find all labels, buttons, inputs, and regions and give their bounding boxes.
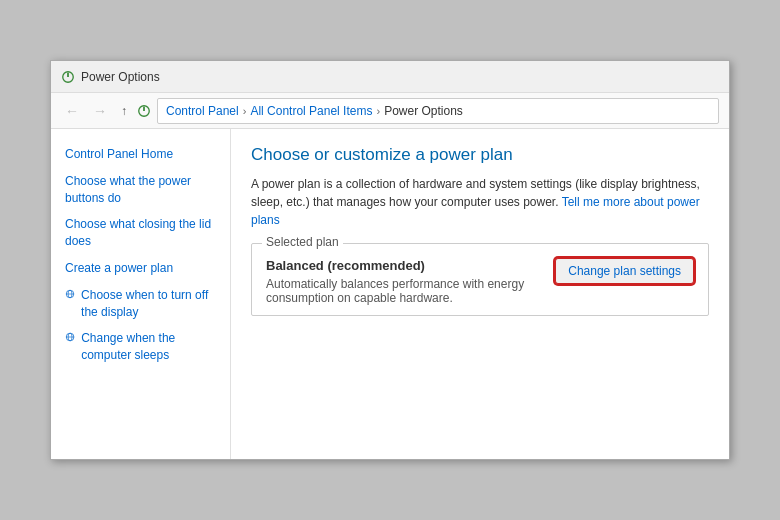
sidebar-item-sleep-label: Change when the computer sleeps [81, 330, 216, 364]
plan-desc: Automatically balances performance with … [266, 277, 545, 305]
globe-icon-display [65, 287, 75, 301]
selected-plan-section: Selected plan Balanced (recommended) Aut… [251, 243, 709, 316]
description: A power plan is a collection of hardware… [251, 175, 709, 229]
title-bar-text: Power Options [81, 70, 160, 84]
plan-name: Balanced (recommended) [266, 258, 545, 273]
sidebar-item-control-panel-home[interactable]: Control Panel Home [51, 141, 230, 168]
plan-info: Balanced (recommended) Automatically bal… [266, 258, 545, 305]
forward-button[interactable]: → [89, 101, 111, 121]
sidebar-item-turn-off-display[interactable]: Choose when to turn off the display [51, 282, 230, 326]
page-title: Choose or customize a power plan [251, 145, 709, 165]
main-content: Choose or customize a power plan A power… [231, 129, 729, 459]
sidebar: Control Panel Home Choose what the power… [51, 129, 231, 459]
globe-icon-sleep [65, 330, 75, 344]
sidebar-item-turn-off-display-label: Choose when to turn off the display [81, 287, 216, 321]
breadcrumb: Control Panel › All Control Panel Items … [157, 98, 719, 124]
power-options-icon [61, 70, 75, 84]
sidebar-item-create-plan[interactable]: Create a power plan [51, 255, 230, 282]
sidebar-item-closing-lid[interactable]: Choose what closing the lid does [51, 211, 230, 255]
breadcrumb-control-panel[interactable]: Control Panel [166, 104, 239, 118]
window: Power Options ← → ↑ Control Panel › All … [50, 60, 730, 460]
selected-plan-label: Selected plan [262, 235, 343, 249]
breadcrumb-all-items[interactable]: All Control Panel Items [250, 104, 372, 118]
title-bar: Power Options [51, 61, 729, 93]
sidebar-item-power-buttons[interactable]: Choose what the power buttons do [51, 168, 230, 212]
breadcrumb-power-options: Power Options [384, 104, 463, 118]
plan-row: Balanced (recommended) Automatically bal… [266, 258, 694, 305]
content-area: Control Panel Home Choose what the power… [51, 129, 729, 459]
change-plan-settings-button[interactable]: Change plan settings [555, 258, 694, 284]
up-button[interactable]: ↑ [117, 102, 131, 120]
back-button[interactable]: ← [61, 101, 83, 121]
sidebar-item-sleep[interactable]: Change when the computer sleeps [51, 325, 230, 369]
control-panel-icon [137, 104, 151, 118]
address-bar: ← → ↑ Control Panel › All Control Panel … [51, 93, 729, 129]
